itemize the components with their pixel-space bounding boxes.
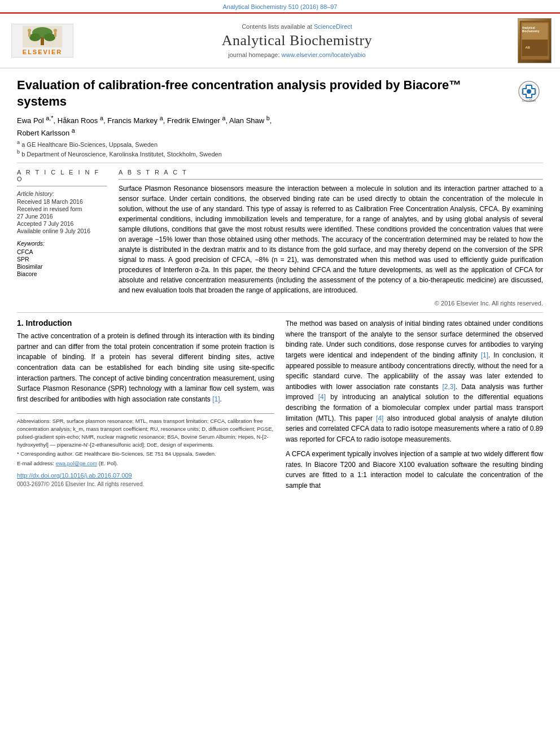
abstract-col: A B S T R A C T Surface Plasmon Resonanc… bbox=[119, 169, 543, 307]
journal-homepage-line: journal homepage: www.elsevier.com/locat… bbox=[228, 51, 365, 58]
corresponding-text: * Corresponding author. GE Healthcare Bi… bbox=[17, 450, 274, 458]
history-received: Received 18 March 2016 bbox=[17, 198, 107, 205]
keywords-label: Keywords: bbox=[17, 240, 107, 247]
section1-heading: 1. Introduction bbox=[17, 318, 274, 327]
svg-point-7 bbox=[54, 29, 57, 32]
elsevier-logo: ELSEVIER bbox=[11, 24, 73, 58]
keyword-biacore: Biacore bbox=[17, 270, 107, 277]
page-wrapper: Analytical Biochemistry 510 (2016) 88–97 bbox=[0, 0, 560, 747]
section1-title: Introduction bbox=[26, 318, 72, 327]
citation-bar: Analytical Biochemistry 510 (2016) 88–97 bbox=[0, 0, 560, 12]
author-alan: Alan Shaw b, bbox=[229, 116, 272, 125]
article-title: Evaluation of calibration-free concentra… bbox=[17, 77, 515, 110]
author-robert: Robert Karlsson a bbox=[17, 129, 75, 137]
article-info-abstract: A R T I C L E I N F O Article history: R… bbox=[17, 169, 543, 307]
section1-number: 1. bbox=[17, 318, 24, 327]
svg-text:AB: AB bbox=[525, 46, 530, 49]
citation-text: Analytical Biochemistry 510 (2016) 88–97 bbox=[222, 3, 337, 10]
journal-cover: Analytical Biochemistry AB bbox=[518, 18, 552, 63]
doi-link[interactable]: http://dx.doi.org/10.1016/j.ab.2016.07.0… bbox=[17, 472, 274, 479]
abstract-header: A B S T R A C T bbox=[119, 169, 543, 176]
body-right-text: The method was based on analysis of init… bbox=[286, 318, 543, 491]
homepage-prefix: journal homepage: bbox=[228, 51, 281, 58]
journal-cover-svg: Analytical Biochemistry AB bbox=[519, 21, 550, 60]
copyright-line: © 2016 Elsevier Inc. All rights reserved… bbox=[119, 300, 543, 307]
svg-point-5 bbox=[28, 29, 31, 32]
cite-1-right[interactable]: [1] bbox=[481, 351, 488, 359]
crossmark: CrossMark bbox=[515, 77, 543, 106]
history-revised-label: Received in revised form bbox=[17, 206, 107, 212]
intro-right-paragraph-2: A CFCA experiment typically involves inj… bbox=[286, 449, 543, 491]
author-hakan: Håkan Roos a, bbox=[58, 116, 107, 125]
affiliation-b: b b Department of Neuroscience, Karolins… bbox=[17, 149, 543, 158]
authors-line-2: Robert Karlsson a bbox=[17, 127, 543, 137]
article-info-header: A R T I C L E I N F O bbox=[17, 169, 107, 182]
keyword-cfca: CFCA bbox=[17, 248, 107, 255]
author-francis: Francis Markey a, bbox=[107, 116, 167, 125]
cite-1-left[interactable]: [1] bbox=[212, 395, 220, 403]
issn-line: 0003-2697/© 2016 Elsevier Inc. All right… bbox=[17, 481, 274, 487]
svg-point-22 bbox=[527, 89, 531, 94]
journal-header: ELSEVIER Contents lists available at Sci… bbox=[0, 12, 560, 68]
history-revised-date: 27 June 2016 bbox=[17, 213, 107, 220]
keyword-spr: SPR bbox=[17, 256, 107, 263]
svg-point-3 bbox=[44, 33, 55, 41]
authors-line: Ewa Pol a,*, Håkan Roos a, Francis Marke… bbox=[17, 114, 543, 124]
cite-2-3[interactable]: [2,3] bbox=[442, 383, 455, 391]
article-content: Evaluation of calibration-free concentra… bbox=[0, 68, 560, 312]
history-label: Article history: bbox=[17, 190, 107, 197]
info-divider bbox=[17, 186, 107, 187]
abstract-divider bbox=[119, 179, 543, 180]
article-info-col: A R T I C L E I N F O Article history: R… bbox=[17, 169, 107, 307]
elsevier-text: ELSEVIER bbox=[23, 49, 62, 55]
abstract-text: Surface Plasmon Resonance biosensors mea… bbox=[119, 184, 543, 295]
author-ewa: Ewa Pol a,*, bbox=[17, 116, 58, 125]
science-direct-link[interactable]: ScienceDirect bbox=[314, 23, 352, 30]
science-direct-prefix: Contents lists available at bbox=[242, 23, 314, 30]
journal-header-left: ELSEVIER bbox=[6, 18, 79, 63]
body-left-col: 1. Introduction The active concentration… bbox=[17, 318, 274, 496]
history-online: Available online 9 July 2016 bbox=[17, 228, 107, 234]
footnote-area: Abbreviations: SPR, surface plasmon reso… bbox=[17, 413, 274, 487]
homepage-link[interactable]: www.elsevier.com/locate/yabio bbox=[282, 51, 366, 58]
divider-1 bbox=[17, 163, 543, 163]
svg-text:CrossMark: CrossMark bbox=[522, 99, 536, 102]
svg-point-2 bbox=[29, 33, 41, 41]
journal-title: Analytical Biochemistry bbox=[222, 32, 372, 49]
intro-left-paragraph: The active concentration of a protein is… bbox=[17, 331, 274, 404]
crossmark-svg: CrossMark bbox=[518, 80, 540, 103]
history-accepted: Accepted 7 July 2016 bbox=[17, 220, 107, 227]
article-title-section: Evaluation of calibration-free concentra… bbox=[17, 77, 543, 110]
abbrev-text: Abbreviations: SPR, surface plasmon reso… bbox=[17, 417, 274, 448]
email-link[interactable]: ewa.pol@ge.com bbox=[56, 460, 98, 466]
abstract-paragraph: Surface Plasmon Resonance biosensors mea… bbox=[119, 184, 543, 295]
body-two-col: 1. Introduction The active concentration… bbox=[17, 318, 543, 496]
science-direct-line: Contents lists available at ScienceDirec… bbox=[242, 23, 352, 30]
elsevier-tree-svg bbox=[23, 26, 62, 47]
email-text: E-mail address: ewa.pol@ge.com (E. Pol). bbox=[17, 460, 274, 468]
svg-rect-6 bbox=[28, 32, 30, 37]
svg-text:Analytical: Analytical bbox=[522, 27, 535, 29]
cite-4-b[interactable]: [4] bbox=[376, 414, 383, 422]
body-left-text: The active concentration of a protein is… bbox=[17, 331, 274, 404]
svg-rect-8 bbox=[54, 32, 56, 37]
svg-rect-4 bbox=[41, 37, 44, 45]
footnote-abbreviations: Abbreviations: SPR, surface plasmon reso… bbox=[17, 417, 274, 468]
journal-header-center: Contents lists available at ScienceDirec… bbox=[85, 18, 509, 63]
body-right-col: The method was based on analysis of init… bbox=[286, 318, 543, 496]
keywords-section: Keywords: CFCA SPR Biosimilar Biacore bbox=[17, 240, 107, 277]
keyword-biosimilar: Biosimilar bbox=[17, 263, 107, 270]
article-history: Article history: Received 18 March 2016 … bbox=[17, 190, 107, 234]
intro-right-paragraph-1: The method was based on analysis of init… bbox=[286, 318, 543, 444]
journal-header-right: Analytical Biochemistry AB bbox=[515, 18, 554, 63]
svg-text:Biochemistry: Biochemistry bbox=[522, 30, 539, 33]
author-fredrik: Fredrik Elwinger a, bbox=[167, 116, 229, 125]
affiliation-a: a a GE Healthcare Bio-Sciences, Uppsala,… bbox=[17, 139, 543, 148]
cite-4-a[interactable]: [4] bbox=[318, 393, 326, 401]
main-body: 1. Introduction The active concentration… bbox=[0, 313, 560, 501]
